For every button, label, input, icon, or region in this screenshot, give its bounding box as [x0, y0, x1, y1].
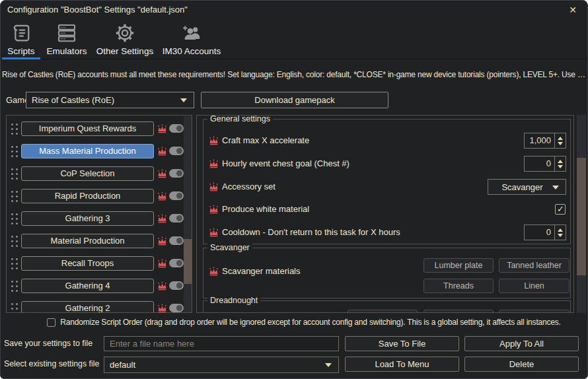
spinner-value[interactable]: 1,000: [525, 133, 554, 148]
delete-button[interactable]: Delete: [464, 357, 579, 372]
toggle-knob: [176, 148, 182, 154]
script-button[interactable]: Gathering 3: [21, 211, 154, 226]
toggle-knob: [176, 260, 182, 266]
script-list-panel: Imperium Quest Rewards Mass Material Pro…: [6, 115, 192, 313]
tab-label: IM30 Accounts: [163, 46, 221, 56]
script-button[interactable]: Rapid Production: [21, 189, 154, 203]
material-button-partial[interactable]: [348, 310, 418, 313]
drag-handle-icon[interactable]: [10, 190, 18, 203]
load-to-menu-button[interactable]: Load To Menu: [345, 357, 459, 372]
material-button-partial[interactable]: [423, 310, 494, 313]
drag-handle-icon[interactable]: [10, 167, 18, 180]
chevron-down-icon: [325, 363, 332, 367]
material-button-partial[interactable]: [499, 310, 570, 313]
window-title: Configuration "BoostBot" Settings "defau…: [7, 5, 188, 15]
material-button-linen[interactable]: Linen: [499, 279, 570, 293]
toggle-knob: [176, 125, 182, 131]
file-name-input[interactable]: [104, 336, 339, 351]
tab-scripts[interactable]: Scripts: [2, 19, 40, 59]
script-toggle[interactable]: [169, 191, 184, 200]
produce-white-material-checkbox[interactable]: [555, 204, 566, 215]
script-button[interactable]: Mass Material Production: [21, 144, 154, 158]
settings-panel: General settings Craft max X accelerate …: [196, 115, 574, 313]
number-spinner: 0: [524, 224, 566, 240]
drag-handle-icon[interactable]: [10, 234, 18, 248]
tab-im30-accounts[interactable]: IM30 Accounts: [159, 19, 224, 59]
tab-label: Scripts: [7, 46, 34, 56]
spin-up-icon: [558, 228, 563, 232]
apply-to-all-button[interactable]: Apply To All: [464, 336, 579, 351]
script-toggle[interactable]: [169, 214, 184, 223]
spinner-arrows[interactable]: [554, 156, 566, 171]
setting-row: Cooldown - Don't return to this task for…: [203, 224, 570, 240]
script-toggle[interactable]: [169, 147, 184, 155]
vip-crown-icon: [209, 182, 219, 191]
tab-other-settings[interactable]: Other Settings: [93, 19, 157, 59]
drag-handle-icon[interactable]: [10, 122, 18, 135]
setting-row: Craft max X accelerate 1,000: [203, 133, 570, 149]
accessory-set-value: Scavanger: [494, 180, 551, 195]
scroll-icon: [9, 21, 33, 48]
script-toggle[interactable]: [169, 259, 184, 267]
drag-handle-icon[interactable]: [10, 279, 18, 293]
drag-handle-icon[interactable]: [10, 257, 18, 270]
game-select-value: Rise of Castles (RoE): [32, 92, 176, 108]
randomize-order-checkbox[interactable]: [47, 318, 55, 327]
vip-crown-icon: [157, 124, 167, 133]
script-toggle[interactable]: [169, 236, 184, 245]
spinner-arrows[interactable]: [554, 225, 566, 240]
tab-emulators[interactable]: Emulators: [42, 19, 92, 59]
scrollbar-thumb[interactable]: [184, 239, 192, 284]
script-list-scrollbar[interactable]: [184, 116, 192, 313]
script-row: Gathering 3: [7, 211, 192, 226]
material-button-threads[interactable]: Threads: [423, 279, 494, 293]
script-toggle[interactable]: [169, 304, 184, 312]
vip-crown-icon: [157, 281, 167, 291]
scrollbar-thumb[interactable]: [577, 158, 586, 275]
boostbot-settings-window: Configuration "BoostBot" Settings "defau…: [0, 0, 588, 379]
setting-label: Scavanger materials: [222, 263, 301, 279]
script-button[interactable]: Material Production: [21, 234, 154, 248]
drag-handle-icon[interactable]: [10, 302, 18, 313]
vip-crown-icon: [157, 214, 167, 223]
randomize-order-label: Randomize Script Order (drag and drop or…: [60, 318, 560, 327]
setting-row: Produce white material: [203, 201, 570, 217]
script-button[interactable]: Gathering 4: [21, 279, 154, 293]
setting-label: Accessory set: [222, 179, 276, 195]
drag-handle-icon[interactable]: [10, 212, 18, 225]
script-toggle[interactable]: [169, 169, 184, 178]
script-button[interactable]: Imperium Quest Rewards: [21, 121, 154, 136]
script-toggle[interactable]: [169, 281, 184, 290]
script-button[interactable]: Recall Troops: [21, 256, 154, 271]
settings-file-select[interactable]: default: [104, 357, 339, 373]
toggle-knob: [176, 170, 182, 176]
drag-handle-icon[interactable]: [10, 145, 18, 158]
vip-crown-icon: [157, 236, 167, 246]
accessory-set-select[interactable]: Scavanger: [488, 179, 566, 195]
material-button-tanned-leather[interactable]: Tanned leather: [499, 258, 570, 273]
save-to-file-button[interactable]: Save To File: [345, 336, 459, 351]
tab-label: Other Settings: [96, 46, 153, 56]
spinner-value[interactable]: 0: [525, 225, 554, 240]
tab-label: Emulators: [47, 46, 87, 56]
spin-down-icon: [558, 142, 563, 145]
vip-crown-icon: [157, 147, 167, 156]
vip-crown-icon: [209, 228, 219, 237]
spinner-arrows[interactable]: [554, 133, 566, 148]
vip-crown-icon: [209, 267, 219, 276]
setting-label: Cooldown - Don't return to this task for…: [222, 224, 400, 240]
vip-crown-icon: [157, 304, 167, 313]
toggle-knob: [176, 215, 182, 221]
material-button-lumber-plate[interactable]: Lumber plate: [423, 258, 494, 273]
script-button[interactable]: CoP Selection: [21, 166, 154, 181]
script-button[interactable]: Gathering 2: [21, 301, 154, 313]
game-select[interactable]: Rise of Castles (RoE): [26, 92, 194, 108]
close-icon[interactable]: ✕: [565, 3, 581, 17]
settings-scrollbar[interactable]: [577, 115, 586, 313]
spinner-value[interactable]: 0: [525, 156, 554, 171]
toggle-knob: [176, 238, 182, 244]
script-row: CoP Selection: [7, 166, 192, 181]
toggle-knob: [176, 305, 182, 311]
download-gamepack-button[interactable]: Download gamepack: [201, 92, 388, 108]
script-toggle[interactable]: [169, 124, 184, 133]
